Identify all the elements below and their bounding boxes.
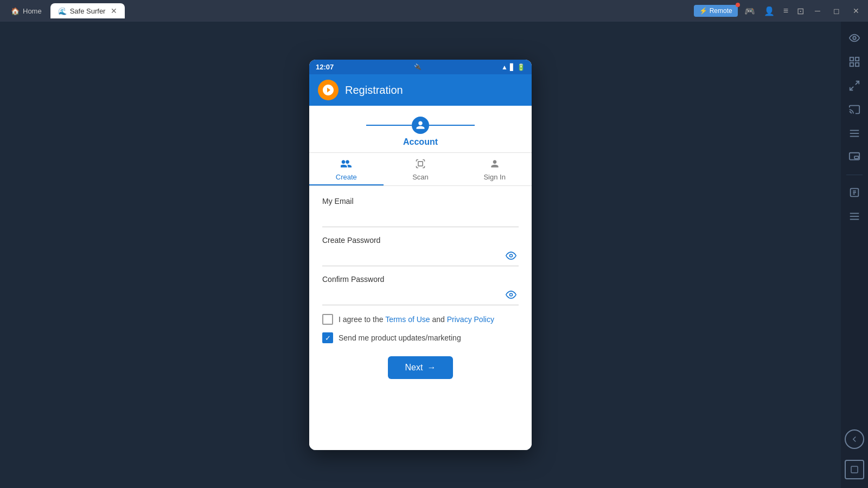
tab-home[interactable]: 🏠 Home: [4, 4, 48, 18]
progress-circle: [412, 117, 429, 134]
create-tab-icon: [341, 158, 352, 172]
status-icons: ▲ ▋ 🔋: [501, 63, 525, 71]
tab-scan[interactable]: Scan: [384, 153, 458, 185]
progress-section: Account: [309, 106, 532, 153]
progress-bar: [366, 117, 475, 134]
resize-sidebar-icon[interactable]: [844, 75, 865, 97]
form-area: My Email Create Password: [309, 186, 532, 395]
status-battery-icon: 🔌: [414, 63, 422, 70]
app-title: Registration: [345, 84, 403, 97]
tab-signin-label: Sign In: [483, 173, 505, 181]
email-group: My Email: [322, 197, 519, 227]
marketing-text: Send me product updates/marketing: [339, 333, 461, 342]
terms-link[interactable]: Terms of Use: [385, 315, 430, 324]
settings-sidebar-icon[interactable]: [844, 206, 865, 227]
password-eye-icon[interactable]: [506, 251, 516, 264]
progress-line-left: [366, 125, 412, 126]
email-input-wrap: [322, 209, 519, 227]
terms-checkbox[interactable]: [322, 314, 333, 325]
password-input-wrap: [322, 248, 519, 266]
status-bar: 12:07 🔌 ▲ ▋ 🔋: [309, 60, 532, 74]
tab-signin[interactable]: Sign In: [457, 153, 532, 185]
terms-checkbox-row: I agree to the Terms of Use and Privacy …: [322, 314, 519, 325]
svg-point-22: [510, 254, 513, 257]
progress-line-right: [429, 125, 475, 126]
minimize-button[interactable]: ─: [810, 4, 825, 17]
pip-sidebar-icon[interactable]: [844, 146, 865, 168]
account-icon[interactable]: 👤: [762, 4, 777, 18]
grid-sidebar-icon[interactable]: [844, 51, 865, 73]
marketing-checkbox[interactable]: ✓: [322, 332, 333, 343]
next-btn-wrap: Next →: [322, 351, 519, 384]
progress-label: Account: [403, 137, 438, 147]
right-sidebar: [841, 0, 868, 488]
svg-rect-12: [854, 156, 858, 159]
scan-tab-icon: [415, 158, 426, 172]
terms-text: I agree to the Terms of Use and Privacy …: [339, 315, 494, 324]
tab-home-label: Home: [23, 7, 42, 15]
password-group: Create Password: [322, 236, 519, 266]
tab-scan-label: Scan: [412, 173, 429, 181]
phone-frame: 12:07 🔌 ▲ ▋ 🔋 Registration: [309, 60, 532, 450]
battery-icon: 🔋: [517, 63, 525, 71]
next-label: Next: [405, 363, 423, 373]
lightning-icon: ⚡: [699, 7, 707, 15]
wifi-icon: ▲: [501, 63, 508, 71]
tab-safe-surfer[interactable]: 🌊 Safe Surfer ✕: [50, 3, 125, 18]
email-input[interactable]: [322, 209, 519, 227]
tab-create[interactable]: Create: [309, 153, 384, 185]
next-button[interactable]: Next →: [388, 356, 454, 379]
password-input[interactable]: [322, 248, 519, 266]
browser-controls: ⚡ Remote 🎮 👤 ≡ ⊡ ─ ◻ ✕: [694, 4, 864, 18]
home-icon: 🏠: [11, 7, 20, 15]
sidebar-divider-1: [846, 175, 863, 175]
email-label: My Email: [322, 197, 519, 206]
confirm-label: Confirm Password: [322, 275, 519, 284]
svg-point-0: [853, 36, 856, 40]
reg-content: Account Create: [309, 106, 532, 450]
restore-button[interactable]: ◻: [829, 4, 844, 17]
status-time: 12:07: [316, 63, 334, 71]
signin-tab-icon: [489, 158, 500, 172]
screen-icon[interactable]: ⊡: [795, 4, 806, 18]
cast-sidebar-icon[interactable]: [844, 99, 865, 120]
home-button[interactable]: [845, 460, 864, 479]
confirm-input[interactable]: [322, 287, 519, 305]
svg-rect-1: [850, 57, 853, 61]
confirm-group: Confirm Password: [322, 275, 519, 305]
browser-chrome: 🏠 Home 🌊 Safe Surfer ✕ ⚡ Remote 🎮 👤 ≡ ⊡ …: [0, 0, 868, 22]
eye-sidebar-icon[interactable]: [844, 27, 865, 49]
signal-icon: ▋: [510, 63, 515, 71]
back-button[interactable]: [845, 429, 864, 449]
svg-rect-3: [850, 63, 853, 66]
menu-sidebar-icon[interactable]: [844, 123, 865, 144]
safe-surfer-favicon: 🌊: [58, 7, 67, 15]
tab-close-button[interactable]: ✕: [111, 7, 117, 15]
tabs-row: Create Scan: [309, 153, 532, 186]
confirm-input-wrap: [322, 287, 519, 305]
next-arrow-icon: →: [427, 363, 436, 373]
tab-create-label: Create: [336, 173, 357, 181]
app-header: Registration: [309, 74, 532, 106]
svg-line-5: [856, 81, 859, 85]
remote-badge: [736, 3, 740, 7]
svg-line-6: [850, 87, 853, 90]
confirm-eye-icon[interactable]: [506, 290, 516, 303]
hamburger-icon[interactable]: ≡: [781, 4, 790, 18]
svg-rect-21: [418, 162, 423, 166]
close-button[interactable]: ✕: [848, 4, 864, 17]
app-logo: [318, 80, 339, 100]
privacy-link[interactable]: Privacy Policy: [447, 315, 494, 324]
svg-point-23: [510, 293, 513, 296]
main-area: 12:07 🔌 ▲ ▋ 🔋 Registration: [0, 22, 841, 488]
tab-safe-surfer-label: Safe Surfer: [70, 7, 106, 15]
controller-icon[interactable]: 🎮: [742, 4, 757, 18]
password-label: Create Password: [322, 236, 519, 245]
remote-button[interactable]: ⚡ Remote: [694, 5, 738, 17]
svg-rect-20: [851, 466, 858, 473]
svg-rect-2: [856, 57, 859, 61]
svg-rect-4: [856, 63, 859, 66]
apk-sidebar-icon[interactable]: [844, 182, 865, 203]
marketing-checkbox-row: ✓ Send me product updates/marketing: [322, 332, 519, 343]
